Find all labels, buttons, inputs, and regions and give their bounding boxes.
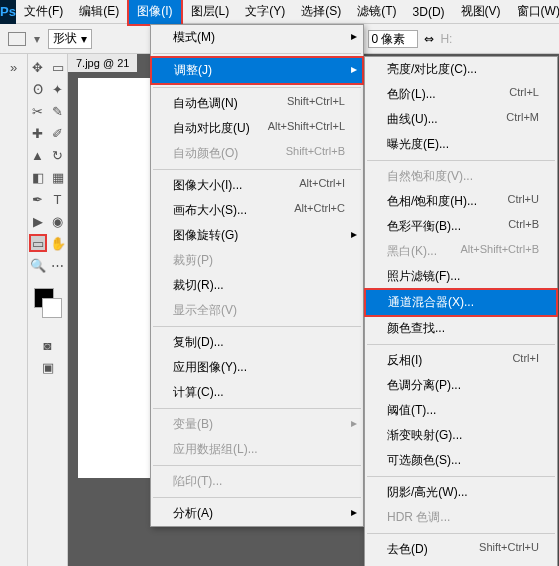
menu-select[interactable]: 选择(S)	[293, 0, 349, 24]
zoom-tool-icon[interactable]: 🔍	[29, 256, 47, 274]
menu-edit[interactable]: 编辑(E)	[71, 0, 127, 24]
menu-mode[interactable]: 模式(M)▸	[151, 25, 363, 50]
wand-tool-icon[interactable]: ✦	[49, 80, 67, 98]
app-logo: Ps	[0, 0, 16, 24]
eraser-tool-icon[interactable]: ◧	[29, 168, 47, 186]
menu-adjustments[interactable]: 调整(J)▸	[152, 58, 362, 83]
highlight-adjust: 调整(J)▸	[150, 56, 364, 85]
menu-layer[interactable]: 图层(L)	[183, 0, 238, 24]
screenmode-icon[interactable]: ▣	[39, 358, 57, 376]
adj-match-color: 匹配颜色(M)...	[365, 562, 557, 566]
tool-preset-dropdown-icon[interactable]: ▾	[32, 32, 42, 46]
adj-posterize[interactable]: 色调分离(P)...	[365, 373, 557, 398]
menu-calculations[interactable]: 计算(C)...	[151, 380, 363, 405]
separator	[153, 497, 361, 498]
adj-desaturate[interactable]: 去色(D)Shift+Ctrl+U	[365, 537, 557, 562]
adj-color-balance[interactable]: 色彩平衡(B)...Ctrl+B	[365, 214, 557, 239]
expand-icon[interactable]: »	[5, 58, 23, 76]
submenu-arrow-icon: ▸	[351, 29, 357, 43]
adj-exposure[interactable]: 曝光度(E)...	[365, 132, 557, 157]
adj-gradient-map[interactable]: 渐变映射(G)...	[365, 423, 557, 448]
adj-color-lookup[interactable]: 颜色查找...	[365, 316, 557, 341]
menu-type[interactable]: 文字(Y)	[237, 0, 293, 24]
adjustments-submenu: 亮度/对比度(C)... 色阶(L)...Ctrl+L 曲线(U)...Ctrl…	[364, 56, 558, 566]
height-label: H:	[440, 32, 452, 46]
separator	[367, 344, 555, 345]
background-swatch[interactable]	[42, 298, 62, 318]
quickmask-icon[interactable]: ◙	[39, 336, 57, 354]
menu-image[interactable]: 图像(I)	[129, 0, 180, 24]
lasso-tool-icon[interactable]: ʘ	[29, 80, 47, 98]
submenu-arrow-icon: ▸	[351, 227, 357, 241]
adj-brightness[interactable]: 亮度/对比度(C)...	[365, 57, 557, 82]
separator	[153, 87, 361, 88]
menu-auto-tone[interactable]: 自动色调(N)Shift+Ctrl+L	[151, 91, 363, 116]
rectangle-tool-icon[interactable]: ▭	[29, 234, 47, 252]
image-menu-dropdown: 模式(M)▸ 调整(J)▸ 自动色调(N)Shift+Ctrl+L 自动对比度(…	[150, 24, 364, 527]
adj-hue-sat[interactable]: 色相/饱和度(H)...Ctrl+U	[365, 189, 557, 214]
hand-tool-icon[interactable]: ✋	[49, 234, 67, 252]
link-icon[interactable]: ⇔	[424, 32, 434, 46]
menu-apply-dataset: 应用数据组(L)...	[151, 437, 363, 462]
path-select-icon[interactable]: ▶	[29, 212, 47, 230]
menu-rotate[interactable]: 图像旋转(G)▸	[151, 223, 363, 248]
artboard-tool-icon[interactable]: ▭	[49, 58, 67, 76]
adj-hdr-toning: HDR 色调...	[365, 505, 557, 530]
menu-trap: 陷印(T)...	[151, 469, 363, 494]
eyedropper-tool-icon[interactable]: ✎	[49, 102, 67, 120]
menu-filter[interactable]: 滤镜(T)	[349, 0, 404, 24]
adj-shadow-highlight[interactable]: 阴影/高光(W)...	[365, 480, 557, 505]
adj-photo-filter[interactable]: 照片滤镜(F)...	[365, 264, 557, 289]
pen-tool-icon[interactable]: ✒	[29, 190, 47, 208]
adj-levels[interactable]: 色阶(L)...Ctrl+L	[365, 82, 557, 107]
menu-trim[interactable]: 裁切(R)...	[151, 273, 363, 298]
menu-3d[interactable]: 3D(D)	[405, 1, 453, 23]
menu-view[interactable]: 视图(V)	[453, 0, 509, 24]
history-brush-icon[interactable]: ↻	[49, 146, 67, 164]
shape-mode-select[interactable]: 形状 ▾	[48, 29, 92, 49]
menu-apply-image[interactable]: 应用图像(Y)...	[151, 355, 363, 380]
gradient-tool-icon[interactable]: ▦	[49, 168, 67, 186]
adj-selective-color[interactable]: 可选颜色(S)...	[365, 448, 557, 473]
chevron-down-icon: ▾	[81, 32, 87, 46]
brush-tool-icon[interactable]: ✐	[49, 124, 67, 142]
toolbox: ✥▭ ʘ✦ ✂✎ ✚✐ ▲↻ ◧▦ ✒T ▶◉ ▭✋ 🔍⋯ ◙ ▣	[28, 54, 68, 566]
stamp-tool-icon[interactable]: ▲	[29, 146, 47, 164]
menu-analysis[interactable]: 分析(A)▸	[151, 501, 363, 526]
adj-channel-mixer[interactable]: 通道混合器(X)...	[366, 290, 556, 315]
separator	[153, 326, 361, 327]
adj-curves[interactable]: 曲线(U)...Ctrl+M	[365, 107, 557, 132]
crop-tool-icon[interactable]: ✂	[29, 102, 47, 120]
menu-file[interactable]: 文件(F)	[16, 0, 71, 24]
menu-window[interactable]: 窗口(W)	[509, 0, 559, 24]
blur-tool-icon[interactable]: ◉	[49, 212, 67, 230]
adj-threshold[interactable]: 阈值(T)...	[365, 398, 557, 423]
adj-black-white: 黑白(K)...Alt+Shift+Ctrl+B	[365, 239, 557, 264]
color-swatches[interactable]	[34, 288, 62, 318]
menu-canvas-size[interactable]: 画布大小(S)...Alt+Ctrl+C	[151, 198, 363, 223]
adj-invert[interactable]: 反相(I)Ctrl+I	[365, 348, 557, 373]
type-tool-icon[interactable]: T	[49, 190, 67, 208]
edit-toolbar-icon[interactable]: ⋯	[49, 256, 67, 274]
submenu-arrow-icon: ▸	[351, 62, 357, 76]
menu-variables: 变量(B)▸	[151, 412, 363, 437]
width-input[interactable]: 0 像素	[368, 30, 418, 48]
separator	[153, 408, 361, 409]
menu-image-size[interactable]: 图像大小(I)...Alt+Ctrl+I	[151, 173, 363, 198]
shape-mode-label: 形状	[53, 30, 77, 47]
move-tool-icon[interactable]: ✥	[29, 58, 47, 76]
menu-crop: 裁剪(P)	[151, 248, 363, 273]
separator	[153, 465, 361, 466]
separator	[367, 533, 555, 534]
submenu-arrow-icon: ▸	[351, 505, 357, 519]
separator	[367, 160, 555, 161]
separator	[367, 476, 555, 477]
document-tab[interactable]: 7.jpg @ 21	[68, 54, 137, 72]
tool-preset-icon[interactable]	[8, 32, 26, 46]
menu-duplicate[interactable]: 复制(D)...	[151, 330, 363, 355]
separator	[153, 169, 361, 170]
menu-auto-contrast[interactable]: 自动对比度(U)Alt+Shift+Ctrl+L	[151, 116, 363, 141]
panel-strip: »	[0, 54, 28, 566]
menu-reveal-all: 显示全部(V)	[151, 298, 363, 323]
heal-tool-icon[interactable]: ✚	[29, 124, 47, 142]
